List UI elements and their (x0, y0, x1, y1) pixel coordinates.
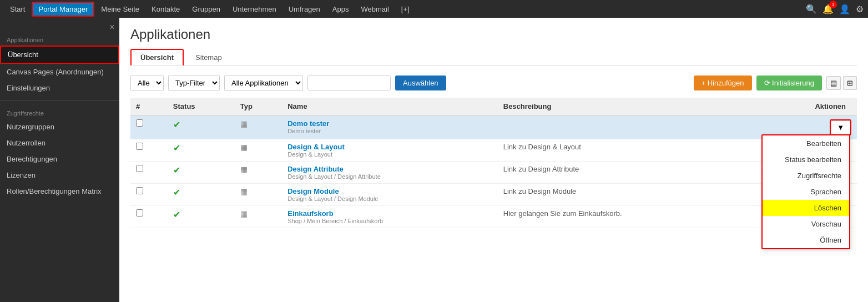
app-name-link[interactable]: Design Attribute (287, 165, 492, 173)
row-checkbox[interactable] (136, 209, 143, 217)
toolbar-right: + Hinzufügen ⟳ Initialisierung ▤ ⊞ (694, 76, 857, 90)
col-aktionen: Aktionen (761, 98, 857, 115)
app-path: Shop / Mein Bereich / Einkaufskorb (287, 218, 492, 224)
search-input[interactable] (307, 76, 391, 90)
nav-meine-seite[interactable]: Meine Seite (95, 3, 145, 16)
row-aktionen: ▼ Bearbeiten Status bearbeiten Zugriffsr… (761, 115, 857, 139)
row-number (130, 115, 168, 139)
nav-kontakte[interactable]: Kontakte (146, 3, 185, 16)
app-name-link[interactable]: Design Module (287, 187, 492, 195)
sidebar-section-zugriffsrechte: Zugriffsrechte (0, 105, 119, 119)
row-checkbox[interactable] (136, 187, 143, 194)
sidebar-item-lizenzen[interactable]: Lizenzen (0, 167, 119, 183)
app-name-link[interactable]: Demo tester (287, 119, 492, 128)
row-description: Hier gelangen Sie zum Einkaufskorb. (498, 206, 761, 228)
dropdown-arrow-icon: ▼ (837, 123, 844, 132)
table-row: ✔ ▦ Demo tester Demo tester ▼ Be (130, 115, 857, 139)
row-checkbox[interactable] (136, 165, 143, 172)
nav-start[interactable]: Start (4, 3, 31, 16)
nav-portal-manager[interactable]: Portal Manager (32, 2, 94, 17)
row-checkbox[interactable] (136, 119, 143, 127)
nav-umfragen[interactable]: Umfragen (283, 3, 326, 16)
col-beschreibung: Beschreibung (498, 98, 761, 115)
status-check-icon: ✔ (173, 143, 180, 153)
tab-ubersicht[interactable]: Übersicht (130, 49, 184, 66)
row-name-cell: Design Module Design & Layout / Design M… (282, 184, 498, 206)
nav-unternehmen[interactable]: Unternehmen (227, 3, 282, 16)
app-path: Design & Layout / Design Attribute (287, 173, 492, 180)
applications-table: # Status Typ Name Beschreibung Aktionen … (130, 98, 857, 228)
status-check-icon: ✔ (173, 210, 180, 219)
notification-icon[interactable]: 🔔 1 (822, 4, 834, 14)
menu-item-offnen[interactable]: Öffnen (763, 232, 849, 248)
sidebar-divider (0, 100, 119, 101)
menu-item-status-bearbeiten[interactable]: Status bearbeiten (763, 152, 849, 168)
app-name-link[interactable]: Design & Layout (287, 143, 492, 151)
sidebar-item-berechtigungen[interactable]: Berechtigungen (0, 151, 119, 167)
settings-icon[interactable]: ⚙ (856, 4, 864, 14)
row-checkbox[interactable] (136, 143, 143, 150)
add-button[interactable]: + Hinzufügen (694, 76, 752, 90)
menu-item-bearbeiten[interactable]: Bearbeiten (763, 135, 849, 152)
top-navigation: Start Portal Manager Meine Seite Kontakt… (0, 0, 868, 18)
row-status: ✔ (168, 184, 235, 206)
view-icons: ▤ ⊞ (826, 76, 857, 90)
row-number (130, 162, 168, 184)
status-check-icon: ✔ (173, 120, 180, 129)
row-description: Link zu Design Module (498, 184, 761, 206)
app-path: Design & Layout / Design Module (287, 195, 492, 202)
menu-item-zugriffsrechte[interactable]: Zugriffsrechte (763, 168, 849, 184)
row-status: ✔ (168, 206, 235, 228)
sidebar-item-canvas-pages[interactable]: Canvas Pages (Anordnungen) (0, 64, 119, 80)
row-type: ▦ (235, 206, 282, 228)
sidebar: ✕ Applikationen Übersicht Canvas Pages (… (0, 18, 119, 302)
menu-item-vorschau[interactable]: Vorschau (763, 216, 849, 232)
app-name-link[interactable]: Einkaufskorb (287, 209, 492, 218)
nav-apps[interactable]: Apps (327, 3, 355, 16)
sidebar-item-ubersicht[interactable]: Übersicht (0, 46, 119, 64)
tab-sitemap[interactable]: Sitemap (186, 49, 231, 66)
status-check-icon: ✔ (173, 165, 180, 175)
sidebar-item-rollen-matrix[interactable]: Rollen/Berechtigungen Matrix (0, 183, 119, 199)
row-status: ✔ (168, 162, 235, 184)
filter-alle[interactable]: Alle (130, 75, 164, 91)
nav-plus[interactable]: [+] (396, 3, 415, 16)
toolbar: Alle Typ-Filter Alle Applikationen Auswä… (130, 75, 857, 91)
main-layout: ✕ Applikationen Übersicht Canvas Pages (… (0, 18, 868, 302)
view-grid-icon[interactable]: ⊞ (843, 76, 857, 90)
row-name-cell: Design & Layout Design & Layout (282, 139, 498, 162)
sidebar-item-nutzerrollen[interactable]: Nutzerrollen (0, 135, 119, 151)
toolbar-left: Alle Typ-Filter Alle Applikationen Auswä… (130, 75, 446, 91)
row-number (130, 184, 168, 206)
page-title: Applikationen (130, 27, 857, 42)
row-description: Link zu Design Attribute (498, 162, 761, 184)
tab-bar: Übersicht Sitemap (130, 49, 857, 66)
nav-webmail[interactable]: Webmail (355, 3, 394, 16)
col-number: # (130, 98, 168, 115)
sidebar-item-einstellungen[interactable]: Einstellungen (0, 80, 119, 96)
table-row: ✔ ▦ Design Module Design & Layout / Desi… (130, 184, 857, 206)
init-button[interactable]: ⟳ Initialisierung (756, 76, 822, 90)
auswahlen-button[interactable]: Auswählen (395, 76, 446, 90)
menu-item-loschen[interactable]: Löschen (763, 200, 849, 216)
row-status: ✔ (168, 139, 235, 162)
table-row: ✔ ▦ Einkaufskorb Shop / Mein Bereich / E… (130, 206, 857, 228)
notification-count: 1 (829, 1, 837, 8)
app-path: Demo tester (287, 128, 492, 134)
sidebar-close-btn[interactable]: ✕ (0, 22, 119, 32)
sidebar-item-nutzergruppen[interactable]: Nutzergruppen (0, 119, 119, 135)
row-type: ▦ (235, 115, 282, 139)
aktionen-toggle-button[interactable]: ▼ (831, 120, 850, 134)
row-description: Link zu Design & Layout (498, 139, 761, 162)
aktionen-dropdown: ▼ Bearbeiten Status bearbeiten Zugriffsr… (830, 119, 851, 135)
nav-gruppen[interactable]: Gruppen (186, 3, 226, 16)
top-nav-right: 🔍 🔔 1 👤 ⚙ (806, 4, 864, 14)
user-icon[interactable]: 👤 (839, 4, 850, 14)
filter-applikationen[interactable]: Alle Applikationen (224, 75, 303, 91)
view-list-icon[interactable]: ▤ (826, 76, 841, 90)
menu-item-sprachen[interactable]: Sprachen (763, 184, 849, 200)
filter-typ[interactable]: Typ-Filter (168, 75, 220, 91)
col-status: Status (168, 98, 235, 115)
row-name-cell: Einkaufskorb Shop / Mein Bereich / Einka… (282, 206, 498, 228)
search-icon[interactable]: 🔍 (806, 4, 817, 14)
